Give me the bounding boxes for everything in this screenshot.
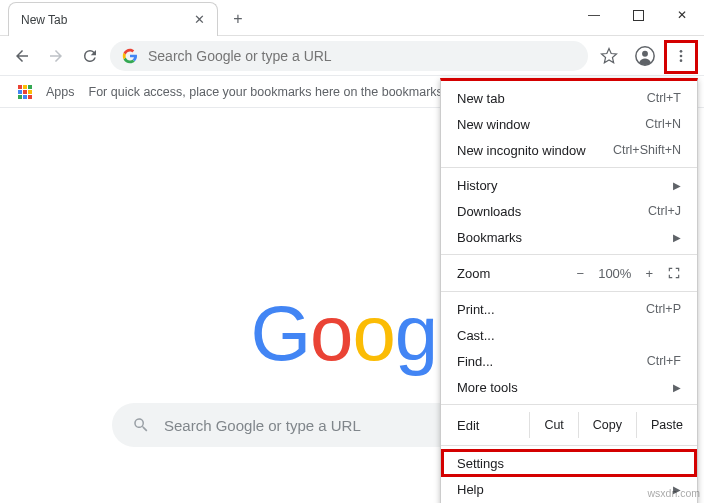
menu-item-settings[interactable]: Settings (441, 450, 697, 476)
menu-separator (441, 167, 697, 168)
omnibox[interactable] (110, 41, 588, 71)
maximize-button[interactable] (616, 0, 660, 30)
toolbar (0, 36, 704, 76)
menu-shortcut: Ctrl+N (645, 117, 681, 131)
window-controls: — ✕ (572, 0, 704, 30)
menu-item-new-tab[interactable]: New tab Ctrl+T (441, 85, 697, 111)
menu-shortcut: Ctrl+P (646, 302, 681, 316)
menu-item-edit: Edit Cut Copy Paste (441, 409, 697, 441)
menu-item-print[interactable]: Print... Ctrl+P (441, 296, 697, 322)
menu-label: More tools (457, 380, 518, 395)
kebab-menu-icon[interactable] (666, 41, 696, 71)
menu-shortcut: Ctrl+T (647, 91, 681, 105)
edit-cut-button[interactable]: Cut (529, 412, 577, 438)
menu-item-history[interactable]: History ▶ (441, 172, 697, 198)
edit-paste-button[interactable]: Paste (636, 412, 697, 438)
title-bar: New Tab ✕ + — ✕ (0, 0, 704, 36)
reload-button[interactable] (76, 42, 104, 70)
menu-item-more-tools[interactable]: More tools ▶ (441, 374, 697, 400)
forward-button[interactable] (42, 42, 70, 70)
menu-label: Edit (457, 418, 479, 433)
svg-point-4 (680, 54, 683, 57)
search-icon (132, 416, 150, 434)
menu-separator (441, 404, 697, 405)
back-button[interactable] (8, 42, 36, 70)
google-g-icon (122, 48, 138, 64)
menu-shortcut: Ctrl+J (648, 204, 681, 218)
omnibox-input[interactable] (148, 48, 576, 64)
menu-item-zoom: Zoom − 100% + (441, 259, 697, 287)
menu-item-incognito[interactable]: New incognito window Ctrl+Shift+N (441, 137, 697, 163)
menu-item-cast[interactable]: Cast... (441, 322, 697, 348)
svg-point-3 (680, 50, 683, 53)
bookmark-star-icon[interactable] (594, 41, 624, 71)
menu-separator (441, 291, 697, 292)
chrome-menu: New tab Ctrl+T New window Ctrl+N New inc… (440, 78, 698, 503)
menu-label: Bookmarks (457, 230, 522, 245)
chevron-right-icon: ▶ (673, 382, 681, 393)
bookmarks-hint: For quick access, place your bookmarks h… (89, 85, 461, 99)
svg-rect-0 (633, 10, 643, 20)
ntp-search-placeholder: Search Google or type a URL (164, 417, 361, 434)
menu-label: Settings (457, 456, 504, 471)
menu-label: New tab (457, 91, 505, 106)
zoom-out-button[interactable]: − (577, 266, 585, 281)
menu-label: Downloads (457, 204, 521, 219)
apps-icon[interactable] (18, 85, 32, 99)
profile-icon[interactable] (630, 41, 660, 71)
menu-label: Find... (457, 354, 493, 369)
svg-point-5 (680, 59, 683, 62)
menu-item-downloads[interactable]: Downloads Ctrl+J (441, 198, 697, 224)
menu-item-bookmarks[interactable]: Bookmarks ▶ (441, 224, 697, 250)
watermark: wsxdn.com (647, 487, 700, 499)
menu-item-new-window[interactable]: New window Ctrl+N (441, 111, 697, 137)
chevron-right-icon: ▶ (673, 180, 681, 191)
menu-label: Zoom (457, 266, 490, 281)
browser-tab[interactable]: New Tab ✕ (8, 2, 218, 36)
new-tab-button[interactable]: + (224, 5, 252, 33)
menu-label: History (457, 178, 497, 193)
menu-label: New incognito window (457, 143, 586, 158)
menu-label: Help (457, 482, 484, 497)
menu-separator (441, 445, 697, 446)
menu-item-find[interactable]: Find... Ctrl+F (441, 348, 697, 374)
menu-label: New window (457, 117, 530, 132)
close-window-button[interactable]: ✕ (660, 0, 704, 30)
svg-point-2 (642, 50, 648, 56)
menu-label: Cast... (457, 328, 495, 343)
minimize-button[interactable]: — (572, 0, 616, 30)
fullscreen-icon[interactable] (667, 266, 681, 280)
tab-title: New Tab (21, 13, 67, 27)
chevron-right-icon: ▶ (673, 232, 681, 243)
close-tab-icon[interactable]: ✕ (194, 12, 205, 27)
edit-copy-button[interactable]: Copy (578, 412, 636, 438)
menu-shortcut: Ctrl+Shift+N (613, 143, 681, 157)
apps-label[interactable]: Apps (46, 85, 75, 99)
zoom-in-button[interactable]: + (645, 266, 653, 281)
menu-shortcut: Ctrl+F (647, 354, 681, 368)
zoom-value: 100% (598, 266, 631, 281)
menu-label: Print... (457, 302, 495, 317)
menu-separator (441, 254, 697, 255)
